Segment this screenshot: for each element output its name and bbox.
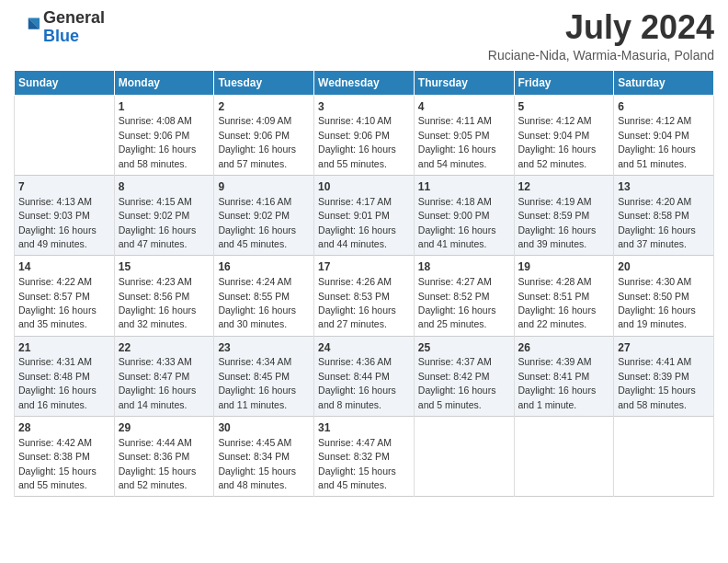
day-number: 28 (18, 420, 110, 436)
calendar-cell: 16Sunrise: 4:24 AMSunset: 8:55 PMDayligh… (214, 256, 314, 336)
calendar-cell: 2Sunrise: 4:09 AMSunset: 9:06 PMDaylight… (214, 95, 314, 175)
calendar-week-row: 14Sunrise: 4:22 AMSunset: 8:57 PMDayligh… (15, 256, 714, 336)
day-info: Sunrise: 4:20 AMSunset: 8:58 PMDaylight:… (618, 196, 696, 249)
day-info: Sunrise: 4:30 AMSunset: 8:50 PMDaylight:… (618, 276, 696, 329)
day-number: 9 (218, 179, 310, 195)
day-number: 21 (18, 340, 110, 356)
day-number: 19 (518, 259, 610, 275)
day-info: Sunrise: 4:34 AMSunset: 8:45 PMDaylight:… (218, 356, 296, 409)
day-number: 8 (119, 179, 210, 195)
calendar-cell: 14Sunrise: 4:22 AMSunset: 8:57 PMDayligh… (15, 256, 115, 336)
day-number: 30 (218, 420, 310, 436)
day-info: Sunrise: 4:24 AMSunset: 8:55 PMDaylight:… (218, 276, 296, 329)
day-info: Sunrise: 4:08 AMSunset: 9:06 PMDaylight:… (119, 115, 197, 168)
calendar-cell: 11Sunrise: 4:18 AMSunset: 9:00 PMDayligh… (414, 175, 514, 255)
day-number: 15 (119, 259, 210, 275)
page-header: General Blue July 2024 Ruciane-Nida, War… (14, 9, 714, 63)
day-info: Sunrise: 4:10 AMSunset: 9:06 PMDaylight:… (318, 115, 396, 168)
calendar-cell: 10Sunrise: 4:17 AMSunset: 9:01 PMDayligh… (314, 175, 415, 255)
day-number: 6 (618, 99, 710, 115)
calendar-cell: 20Sunrise: 4:30 AMSunset: 8:50 PMDayligh… (614, 256, 714, 336)
calendar-header: Sunday Monday Tuesday Wednesday Thursday… (15, 70, 714, 95)
generalblue-logo-icon (14, 15, 40, 40)
calendar-cell: 3Sunrise: 4:10 AMSunset: 9:06 PMDaylight… (314, 95, 415, 175)
day-number: 4 (418, 99, 510, 115)
logo-general: General (43, 8, 105, 27)
calendar-cell: 22Sunrise: 4:33 AMSunset: 8:47 PMDayligh… (114, 336, 214, 416)
day-number: 17 (318, 259, 410, 275)
month-title: July 2024 (488, 9, 714, 46)
calendar-cell: 24Sunrise: 4:36 AMSunset: 8:44 PMDayligh… (314, 336, 415, 416)
day-number: 26 (518, 340, 610, 356)
day-info: Sunrise: 4:11 AMSunset: 9:05 PMDaylight:… (418, 115, 496, 168)
header-row: Sunday Monday Tuesday Wednesday Thursday… (15, 70, 714, 95)
day-number: 24 (318, 340, 410, 356)
calendar-cell: 27Sunrise: 4:41 AMSunset: 8:39 PMDayligh… (614, 336, 714, 416)
day-number: 29 (119, 420, 210, 436)
col-wednesday: Wednesday (314, 70, 415, 95)
day-info: Sunrise: 4:23 AMSunset: 8:56 PMDaylight:… (119, 276, 197, 329)
day-info: Sunrise: 4:13 AMSunset: 9:03 PMDaylight:… (18, 196, 97, 249)
day-number: 10 (318, 179, 410, 195)
calendar-week-row: 28Sunrise: 4:42 AMSunset: 8:38 PMDayligh… (15, 417, 714, 497)
calendar-cell: 4Sunrise: 4:11 AMSunset: 9:05 PMDaylight… (414, 95, 514, 175)
day-info: Sunrise: 4:26 AMSunset: 8:53 PMDaylight:… (318, 276, 396, 329)
day-info: Sunrise: 4:19 AMSunset: 8:59 PMDaylight:… (518, 196, 597, 249)
location-text: Ruciane-Nida, Warmia-Masuria, Poland (488, 48, 714, 63)
day-info: Sunrise: 4:15 AMSunset: 9:02 PMDaylight:… (119, 196, 197, 249)
col-tuesday: Tuesday (214, 70, 314, 95)
calendar-cell (614, 417, 714, 497)
day-number: 31 (318, 420, 410, 436)
col-saturday: Saturday (614, 70, 714, 95)
calendar-cell: 31Sunrise: 4:47 AMSunset: 8:32 PMDayligh… (314, 417, 415, 497)
calendar-cell: 25Sunrise: 4:37 AMSunset: 8:42 PMDayligh… (414, 336, 514, 416)
day-info: Sunrise: 4:12 AMSunset: 9:04 PMDaylight:… (618, 115, 696, 168)
day-number: 14 (18, 259, 110, 275)
day-number: 27 (618, 340, 710, 356)
day-info: Sunrise: 4:39 AMSunset: 8:41 PMDaylight:… (518, 356, 597, 409)
col-thursday: Thursday (414, 70, 514, 95)
day-info: Sunrise: 4:36 AMSunset: 8:44 PMDaylight:… (318, 356, 396, 409)
logo-text: General Blue (43, 9, 105, 46)
day-info: Sunrise: 4:47 AMSunset: 8:32 PMDaylight:… (318, 437, 396, 490)
calendar-table: Sunday Monday Tuesday Wednesday Thursday… (14, 70, 714, 498)
calendar-cell: 1Sunrise: 4:08 AMSunset: 9:06 PMDaylight… (114, 95, 214, 175)
calendar-cell: 21Sunrise: 4:31 AMSunset: 8:48 PMDayligh… (15, 336, 115, 416)
col-monday: Monday (114, 70, 214, 95)
day-number: 11 (418, 179, 510, 195)
day-info: Sunrise: 4:12 AMSunset: 9:04 PMDaylight:… (518, 115, 597, 168)
calendar-cell (414, 417, 514, 497)
day-info: Sunrise: 4:44 AMSunset: 8:36 PMDaylight:… (119, 437, 197, 490)
calendar-cell (15, 95, 115, 175)
day-info: Sunrise: 4:45 AMSunset: 8:34 PMDaylight:… (218, 437, 296, 490)
logo: General Blue (14, 9, 105, 46)
calendar-cell: 15Sunrise: 4:23 AMSunset: 8:56 PMDayligh… (114, 256, 214, 336)
logo-blue: Blue (43, 27, 79, 45)
day-info: Sunrise: 4:37 AMSunset: 8:42 PMDaylight:… (418, 356, 496, 409)
calendar-body: 1Sunrise: 4:08 AMSunset: 9:06 PMDaylight… (15, 95, 714, 497)
day-info: Sunrise: 4:09 AMSunset: 9:06 PMDaylight:… (218, 115, 296, 168)
calendar-cell: 19Sunrise: 4:28 AMSunset: 8:51 PMDayligh… (514, 256, 614, 336)
col-sunday: Sunday (15, 70, 115, 95)
title-block: July 2024 Ruciane-Nida, Warmia-Masuria, … (488, 9, 714, 63)
day-number: 7 (18, 179, 110, 195)
calendar-week-row: 7Sunrise: 4:13 AMSunset: 9:03 PMDaylight… (15, 175, 714, 255)
calendar-cell: 7Sunrise: 4:13 AMSunset: 9:03 PMDaylight… (15, 175, 115, 255)
calendar-cell: 17Sunrise: 4:26 AMSunset: 8:53 PMDayligh… (314, 256, 415, 336)
day-number: 25 (418, 340, 510, 356)
calendar-cell (514, 417, 614, 497)
day-info: Sunrise: 4:33 AMSunset: 8:47 PMDaylight:… (119, 356, 197, 409)
calendar-cell: 5Sunrise: 4:12 AMSunset: 9:04 PMDaylight… (514, 95, 614, 175)
day-info: Sunrise: 4:16 AMSunset: 9:02 PMDaylight:… (218, 196, 296, 249)
day-number: 13 (618, 179, 710, 195)
calendar-cell: 28Sunrise: 4:42 AMSunset: 8:38 PMDayligh… (15, 417, 115, 497)
calendar-cell: 13Sunrise: 4:20 AMSunset: 8:58 PMDayligh… (614, 175, 714, 255)
day-number: 22 (119, 340, 210, 356)
day-info: Sunrise: 4:28 AMSunset: 8:51 PMDaylight:… (518, 276, 597, 329)
calendar-cell: 23Sunrise: 4:34 AMSunset: 8:45 PMDayligh… (214, 336, 314, 416)
calendar-cell: 18Sunrise: 4:27 AMSunset: 8:52 PMDayligh… (414, 256, 514, 336)
calendar-week-row: 1Sunrise: 4:08 AMSunset: 9:06 PMDaylight… (15, 95, 714, 175)
day-info: Sunrise: 4:18 AMSunset: 9:00 PMDaylight:… (418, 196, 496, 249)
day-number: 2 (218, 99, 310, 115)
day-number: 16 (218, 259, 310, 275)
